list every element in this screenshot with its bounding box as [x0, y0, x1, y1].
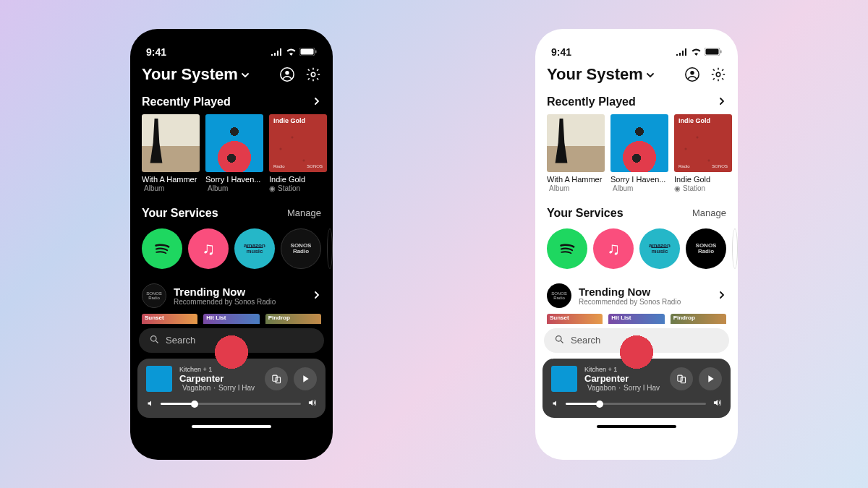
now-playing-card[interactable]: Kitchen + 1 Carpenter Vagabon · Sorry I …: [137, 359, 326, 418]
now-playing-room: Kitchen + 1: [179, 366, 258, 373]
volume-thumb: [596, 401, 603, 408]
phone-dark: 9:41 Your System Recently Played: [130, 29, 333, 460]
volume-thumb: [191, 401, 198, 408]
play-icon: [299, 373, 311, 385]
volume-fill: [566, 403, 600, 405]
now-playing-album: Sorry I Hav: [624, 384, 660, 392]
now-playing-album: Sorry I Hav: [218, 384, 255, 392]
phone-light: 9:41 Your System Recently Played: [535, 29, 738, 460]
volume-slider[interactable]: [161, 403, 301, 405]
volume-fill: [161, 403, 195, 405]
now-playing-card[interactable]: Kitchen + 1 Carpenter Vagabon · Sorry I …: [542, 359, 731, 418]
volume-slider[interactable]: [566, 403, 706, 405]
now-playing-room: Kitchen + 1: [584, 366, 663, 373]
now-playing-artist: Vagabon: [587, 384, 616, 392]
now-playing-art: [146, 366, 172, 392]
now-playing-artist: Vagabon: [182, 384, 210, 392]
now-playing-art: [551, 366, 577, 392]
play-button[interactable]: [294, 367, 317, 390]
